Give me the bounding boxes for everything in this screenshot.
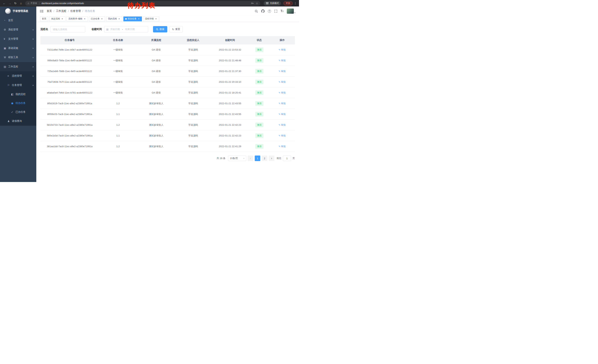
cell-initiator: 芋道源码 — [175, 66, 211, 77]
table-row: 580e1b3d-7ac8-11ec-a9e2-a2380e71991a1.1测… — [40, 130, 295, 141]
cell-created-time: 2022-01-21 22:41:29 — [211, 141, 249, 152]
browser-back-icon[interactable]: ← — [2, 1, 7, 6]
approve-link[interactable]: ✎审批 — [279, 70, 286, 73]
tab-close-icon[interactable]: × — [83, 18, 86, 20]
status-badge: 激活 — [255, 122, 263, 127]
cell-task-name: 一级审批 — [99, 55, 137, 66]
sidebar-item-done-task[interactable]: ✓ 已办任务 — [0, 108, 36, 116]
sidebar-item-label: 流程管理 — [12, 74, 33, 78]
help-icon[interactable]: ? — [268, 10, 271, 13]
approve-link[interactable]: ✎审批 — [279, 134, 286, 137]
tab-item[interactable]: 流程详情× — [143, 16, 159, 21]
annotation-text: 待办列表 — [127, 1, 156, 10]
browser-menu-icon[interactable]: ⋮ — [293, 2, 297, 5]
approve-link[interactable]: ✎审批 — [279, 59, 286, 62]
chevron-down-icon: ▾ — [294, 12, 295, 14]
approve-link[interactable]: ✎审批 — [279, 48, 286, 51]
key-icon[interactable] — [251, 2, 254, 5]
update-button[interactable]: 更新 — [283, 1, 293, 5]
browser-reload-icon[interactable]: ↻ — [13, 1, 18, 6]
browser-home-icon[interactable]: ⌂ — [18, 1, 23, 6]
sidebar-item-label: 任务管理 — [12, 83, 33, 87]
sidebar-item-leave-query[interactable]: ♟ 请假查询 — [0, 116, 36, 126]
breadcrumb-item: 待办任务 — [85, 9, 95, 13]
cell-initiator: 芋道源码 — [175, 141, 211, 152]
tab-close-icon[interactable]: × — [61, 18, 64, 20]
user-menu[interactable]: ▾ — [287, 8, 295, 14]
font-size-icon[interactable]: TT — [281, 10, 284, 13]
sidebar-item-infra[interactable]: ▣ 基础设施 ∨ — [0, 43, 36, 53]
chevron-down-icon: ∨ — [32, 29, 34, 31]
tab-item[interactable]: 流程表单-编辑× — [66, 16, 88, 21]
reset-button[interactable]: ↻ 重置 — [169, 26, 183, 32]
status-badge: 激活 — [255, 90, 263, 95]
process-name-input[interactable] — [50, 26, 85, 32]
date-range-picker[interactable]: ▦ 开始日期 - 结束日期 — [104, 26, 148, 32]
breadcrumb-item[interactable]: 任务管理 — [70, 9, 81, 13]
breadcrumb-separator: / — [68, 10, 69, 13]
cell-initiator: 芋道源码 — [175, 120, 211, 130]
app-header: 首页/工作流程/任务管理/待办任务 ? TT — [36, 7, 299, 16]
breadcrumb: 首页/工作流程/任务管理/待办任务 — [47, 9, 95, 13]
approve-link[interactable]: ✎审批 — [279, 102, 286, 105]
page-size-select[interactable]: 10条/页 ▾ — [228, 155, 246, 161]
page-button-2[interactable]: 2 — [262, 155, 267, 161]
column-header: 流程发起人 — [175, 36, 211, 44]
sidebar-item-payment[interactable]: ¥ 支付管理 ∨ — [0, 34, 36, 43]
sidebar-item-my-process[interactable]: ◧ 我的流程 — [0, 90, 36, 99]
breadcrumb-item[interactable]: 工作流程 — [56, 9, 66, 13]
jump-page-input[interactable] — [283, 155, 291, 161]
fullscreen-icon[interactable] — [274, 10, 277, 13]
sidebar-logo[interactable]: 芋道管理系统 — [0, 7, 36, 16]
tab-item[interactable]: 首页 — [40, 16, 48, 21]
tab-close-icon[interactable]: × — [118, 18, 120, 20]
search-icon[interactable] — [255, 10, 258, 13]
sidebar-item-system[interactable]: ⚙ 系统管理 ∨ — [0, 25, 36, 34]
github-icon[interactable] — [261, 9, 265, 13]
table-row: 75d72608-7b7f-11ec-a3c8-acde48001122一级审批… — [40, 77, 295, 87]
approve-link[interactable]: ✎审批 — [279, 123, 286, 126]
sidebar-item-task-manage[interactable]: ⚐ 任务管理 ∧ — [0, 81, 36, 90]
tab-close-icon[interactable]: × — [155, 18, 157, 20]
sidebar-collapse-icon[interactable] — [40, 9, 44, 13]
yuan-icon: ¥ — [4, 37, 8, 40]
process-name-label: 流程名 — [40, 28, 48, 31]
tab-item[interactable]: 已办任务× — [89, 16, 105, 21]
dashboard-icon: ◔ — [4, 19, 8, 22]
sidebar-item-home[interactable]: ◔ 首页 — [0, 16, 36, 25]
search-button[interactable]: 搜索 — [153, 26, 167, 32]
tab-active[interactable]: 待办任务× — [123, 16, 142, 21]
chevron-up-icon: ∧ — [32, 66, 34, 68]
approve-link[interactable]: ✎审批 — [279, 145, 286, 148]
page-button-1[interactable]: 1 — [255, 155, 260, 161]
cell-action: ✎审批 — [270, 120, 295, 130]
cell-status: 激活 — [249, 87, 270, 98]
cell-initiator: 芋道源码 — [175, 130, 211, 141]
approve-link[interactable]: ✎审批 — [279, 91, 286, 94]
sidebar-item-workflow[interactable]: ▤ 工作流程 ∧ — [0, 62, 36, 71]
active-tab-dot-icon — [125, 18, 127, 20]
approve-link[interactable]: ✎审批 — [279, 113, 286, 115]
approve-link[interactable]: ✎审批 — [279, 81, 286, 83]
cell-task-id: 75d72608-7b7f-11ec-a3c8-acde48001122 — [40, 77, 99, 87]
sidebar-item-devtools[interactable]: ⚒ 研发工具 ∨ — [0, 53, 36, 62]
breadcrumb-item[interactable]: 首页 — [47, 9, 52, 13]
bookmark-star-icon[interactable]: ☆ — [256, 2, 258, 5]
tab-close-icon[interactable]: × — [137, 18, 140, 20]
tab-item[interactable]: 我的流程× — [106, 16, 122, 21]
sidebar-item-process-manage[interactable]: ≡ 流程管理 ∨ — [0, 71, 36, 81]
browser-forward-icon[interactable]: → — [8, 1, 12, 6]
tab-item[interactable]: 发起流程× — [49, 16, 65, 21]
flag-icon: ⚐ — [8, 84, 12, 87]
prev-page-button[interactable]: ‹ — [248, 155, 253, 161]
filter-bar: 流程名 创建时间 ▦ 开始日期 - 结束日期 搜索 — [40, 26, 295, 32]
cell-task-id: 8f059c03-7ac8-11ec-a9e2-a2380e71991a — [40, 109, 99, 120]
list-icon: ≡ — [8, 74, 12, 77]
sidebar-item-todo-task[interactable]: ◉ 待办任务 — [0, 99, 36, 108]
sidebar-menu: ◔ 首页 ⚙ 系统管理 ∨ ¥ 支付管理 ∨ ▣ 基础设施 ∨ — [0, 16, 36, 182]
status-badge: 激活 — [255, 112, 263, 116]
tab-close-icon[interactable]: × — [100, 18, 103, 20]
table-row: 8f0d1619-7ac8-11ec-a9e2-a2380e71991a1.2测… — [40, 98, 295, 109]
cell-process: OA 请假 — [137, 87, 175, 98]
next-page-button[interactable]: › — [269, 155, 274, 161]
